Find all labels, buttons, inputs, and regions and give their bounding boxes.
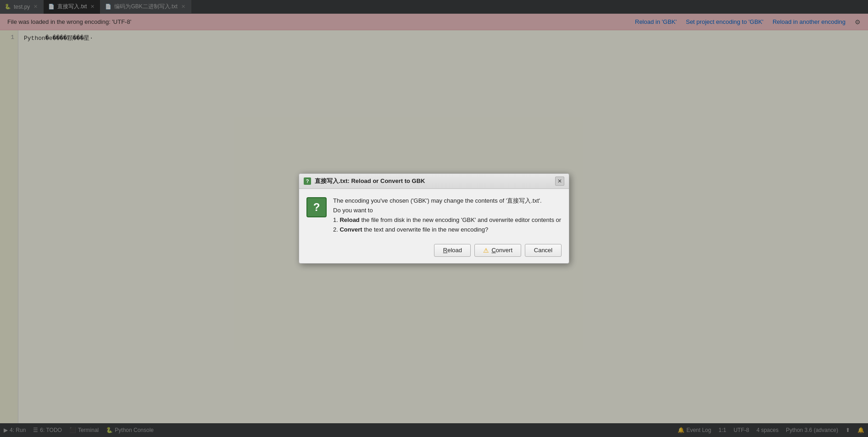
dialog-msg-convert-rest: the text and overwrite file in the new e… [362, 226, 489, 233]
convert-button[interactable]: ⚠ Convert [474, 244, 521, 257]
dialog-overlay: ? 直接写入.txt: Reload or Convert to GBK ✕ ?… [0, 0, 868, 437]
reload-button[interactable]: RReloadeload [434, 244, 471, 257]
cancel-button-label: Cancel [534, 247, 552, 254]
dialog-title-left: ? 直接写入.txt: Reload or Convert to GBK [304, 177, 425, 185]
dialog-body: ? The encoding you've chosen ('GBK') may… [299, 189, 569, 240]
dialog-close-button[interactable]: ✕ [555, 177, 564, 186]
reload-convert-dialog: ? 直接写入.txt: Reload or Convert to GBK ✕ ?… [299, 173, 569, 263]
dialog-app-icon: ? [304, 177, 311, 185]
dialog-msg-reload-rest: the file from disk in the new encoding '… [360, 216, 561, 223]
dialog-titlebar: ? 直接写入.txt: Reload or Convert to GBK ✕ [299, 174, 569, 189]
dialog-question-icon: ? [306, 197, 327, 217]
dialog-title: 直接写入.txt: Reload or Convert to GBK [315, 177, 425, 185]
cancel-button[interactable]: Cancel [525, 244, 562, 257]
dialog-msg-convert-bold: Convert [339, 226, 362, 233]
dialog-buttons: RReloadeload ⚠ Convert Cancel [299, 240, 569, 263]
dialog-msg-part2: Do you want to [333, 207, 373, 214]
dialog-msg-reload-bold: Reload [339, 216, 359, 223]
convert-warning-icon: ⚠ [483, 247, 489, 254]
dialog-msg-part1: The encoding you've chosen ('GBK') may c… [333, 197, 542, 204]
convert-button-label: Convert [491, 247, 512, 254]
dialog-text: The encoding you've chosen ('GBK') may c… [333, 196, 562, 234]
reload-button-label: RReloadeload [443, 247, 462, 254]
